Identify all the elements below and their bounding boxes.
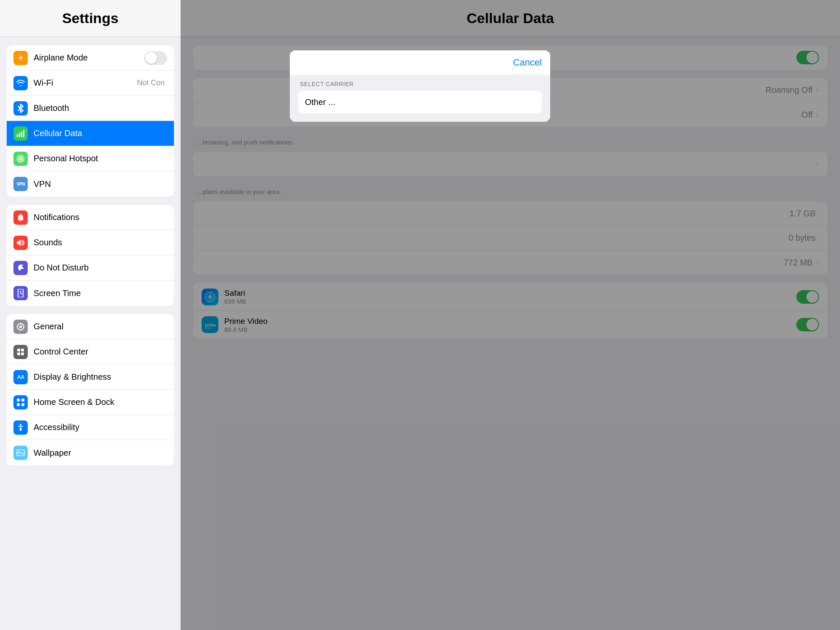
wifi-value: Not Con bbox=[137, 79, 165, 87]
wallpaper-icon bbox=[13, 446, 28, 460]
carrier-other-label: Other ... bbox=[305, 97, 335, 107]
home-screen-icon bbox=[13, 395, 28, 410]
cellular-data-label: Cellular Data bbox=[34, 129, 167, 138]
sidebar-item-notifications[interactable]: Notifications bbox=[7, 205, 174, 230]
sidebar-header: Settings bbox=[0, 0, 181, 37]
svg-point-18 bbox=[20, 424, 21, 425]
display-brightness-icon: AA bbox=[13, 370, 28, 384]
sounds-icon bbox=[13, 236, 28, 250]
sidebar-item-wallpaper[interactable]: Wallpaper bbox=[7, 440, 174, 465]
home-screen-label: Home Screen & Dock bbox=[34, 397, 167, 407]
svg-rect-15 bbox=[21, 399, 24, 402]
sounds-label: Sounds bbox=[34, 238, 167, 247]
wallpaper-label: Wallpaper bbox=[34, 448, 167, 458]
sidebar-item-bluetooth[interactable]: Bluetooth bbox=[7, 96, 174, 121]
sidebar-item-personal-hotspot[interactable]: Personal Hotspot bbox=[7, 146, 174, 171]
sidebar-content: ✈ Airplane Mode Wi-Fi Not Con bbox=[0, 37, 181, 630]
personal-hotspot-label: Personal Hotspot bbox=[34, 154, 167, 163]
screen-time-icon bbox=[13, 286, 28, 300]
svg-rect-10 bbox=[17, 349, 20, 352]
sidebar-item-control-center[interactable]: Control Center bbox=[7, 339, 174, 365]
vpn-label: VPN bbox=[34, 179, 167, 189]
sidebar-item-screen-time[interactable]: Screen Time bbox=[7, 281, 174, 306]
sidebar-item-do-not-disturb[interactable]: Do Not Disturb bbox=[7, 255, 174, 281]
main-content: Cellular Data Roaming Off Off bbox=[181, 0, 840, 630]
settings-group-alerts: Notifications Sounds Do bbox=[7, 205, 174, 306]
notifications-label: Notifications bbox=[34, 213, 167, 222]
accessibility-icon bbox=[13, 420, 28, 435]
sidebar-item-general[interactable]: General bbox=[7, 314, 174, 339]
svg-rect-11 bbox=[21, 349, 24, 352]
accessibility-label: Accessibility bbox=[34, 423, 167, 432]
sidebar: Settings ✈ Airplane Mode Wi-Fi bbox=[0, 0, 181, 630]
svg-rect-1 bbox=[19, 133, 20, 137]
settings-group-system: General Control Center AA Display & Brig… bbox=[7, 314, 174, 465]
carrier-other-item[interactable]: Other ... bbox=[298, 91, 542, 113]
sidebar-item-sounds[interactable]: Sounds bbox=[7, 230, 174, 255]
general-label: General bbox=[34, 322, 167, 331]
svg-rect-0 bbox=[17, 134, 18, 137]
sidebar-title: Settings bbox=[62, 10, 118, 26]
do-not-disturb-icon bbox=[13, 261, 28, 275]
bluetooth-icon bbox=[13, 101, 28, 116]
select-carrier-modal: Cancel SELECT CARRIER Other ... bbox=[290, 50, 550, 122]
modal-cancel-button[interactable]: Cancel bbox=[513, 57, 542, 68]
airplane-mode-toggle[interactable] bbox=[144, 51, 167, 65]
control-center-label: Control Center bbox=[34, 347, 167, 357]
sidebar-item-cellular-data[interactable]: Cellular Data bbox=[7, 121, 174, 146]
modal-section-label: SELECT CARRIER bbox=[298, 75, 542, 91]
modal-overlay: Cancel SELECT CARRIER Other ... bbox=[181, 0, 840, 630]
svg-point-4 bbox=[19, 158, 22, 160]
svg-rect-12 bbox=[17, 352, 20, 355]
sidebar-item-accessibility[interactable]: Accessibility bbox=[7, 415, 174, 440]
svg-rect-13 bbox=[21, 352, 24, 355]
display-brightness-label: Display & Brightness bbox=[34, 372, 167, 382]
control-center-icon bbox=[13, 345, 28, 359]
bluetooth-label: Bluetooth bbox=[34, 103, 167, 113]
sidebar-item-wifi[interactable]: Wi-Fi Not Con bbox=[7, 71, 174, 96]
general-icon bbox=[13, 320, 28, 334]
airplane-mode-label: Airplane Mode bbox=[34, 53, 144, 63]
svg-rect-2 bbox=[21, 131, 22, 137]
notifications-icon bbox=[13, 210, 28, 225]
svg-rect-3 bbox=[23, 130, 24, 137]
svg-rect-14 bbox=[17, 399, 20, 402]
wifi-icon bbox=[13, 76, 28, 90]
cellular-data-icon bbox=[13, 126, 28, 141]
sidebar-item-display-brightness[interactable]: AA Display & Brightness bbox=[7, 365, 174, 390]
modal-body: SELECT CARRIER Other ... bbox=[290, 75, 550, 122]
airplane-mode-toggle-knob bbox=[145, 52, 157, 64]
svg-point-9 bbox=[19, 326, 22, 328]
svg-rect-17 bbox=[21, 403, 24, 406]
carrier-list: Other ... bbox=[298, 91, 542, 113]
wifi-label: Wi-Fi bbox=[34, 78, 137, 88]
airplane-mode-icon: ✈ bbox=[13, 51, 28, 65]
modal-header: Cancel bbox=[290, 50, 550, 75]
sidebar-item-vpn[interactable]: VPN VPN bbox=[7, 171, 174, 197]
svg-rect-16 bbox=[17, 403, 20, 406]
sidebar-item-airplane-mode[interactable]: ✈ Airplane Mode bbox=[7, 45, 174, 71]
sidebar-item-home-screen[interactable]: Home Screen & Dock bbox=[7, 390, 174, 415]
screen-time-label: Screen Time bbox=[34, 289, 167, 298]
do-not-disturb-label: Do Not Disturb bbox=[34, 263, 167, 273]
vpn-icon: VPN bbox=[13, 177, 28, 191]
personal-hotspot-icon bbox=[13, 152, 28, 166]
settings-group-connectivity: ✈ Airplane Mode Wi-Fi Not Con bbox=[7, 45, 174, 197]
